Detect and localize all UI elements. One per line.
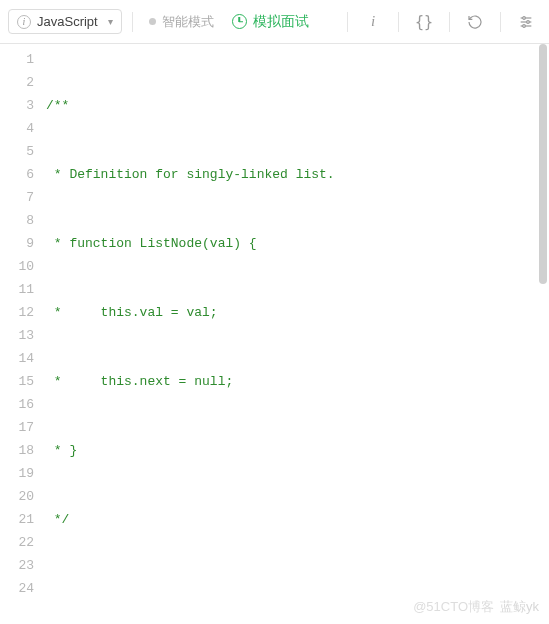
line-number: 16 xyxy=(0,393,34,416)
mode-label: 智能模式 xyxy=(162,13,214,31)
code-text: * } xyxy=(46,443,77,458)
line-number: 13 xyxy=(0,324,34,347)
code-text: /** xyxy=(46,98,69,113)
mock-interview-button[interactable]: 模拟面试 xyxy=(226,9,315,35)
toolbar-divider xyxy=(500,12,501,32)
line-number: 7 xyxy=(0,186,34,209)
toolbar-divider xyxy=(449,12,450,32)
watermark-source: @51CTO博客 xyxy=(413,595,494,618)
code-text: * this.next = null; xyxy=(46,374,233,389)
line-number: 15 xyxy=(0,370,34,393)
code-text: * this.val = val; xyxy=(46,305,218,320)
code-area[interactable]: /** * Definition for singly-linked list.… xyxy=(46,44,549,624)
toolbar-divider xyxy=(132,12,133,32)
line-number: 10 xyxy=(0,255,34,278)
line-number: 2 xyxy=(0,71,34,94)
editor-toolbar: i JavaScript ▾ 智能模式 模拟面试 i {} xyxy=(0,0,549,44)
redo-button[interactable] xyxy=(460,8,490,36)
interview-label: 模拟面试 xyxy=(253,13,309,31)
code-text: * Definition for singly-linked list. xyxy=(46,167,335,182)
line-gutter: 1 2 3 4 5 6 7 8 9 10 11 12 13 14 15 16 1… xyxy=(0,44,46,624)
line-number: 1 xyxy=(0,48,34,71)
clock-icon xyxy=(232,14,247,29)
line-number: 6 xyxy=(0,163,34,186)
format-braces-button[interactable]: {} xyxy=(409,8,439,36)
line-number: 21 xyxy=(0,508,34,531)
line-number: 9 xyxy=(0,232,34,255)
settings-button[interactable] xyxy=(511,8,541,36)
watermark: @51CTO博客 蓝鲸yk xyxy=(413,595,539,618)
settings-icon xyxy=(518,14,534,30)
line-number: 5 xyxy=(0,140,34,163)
line-number: 3 xyxy=(0,94,34,117)
language-label: JavaScript xyxy=(37,14,98,29)
line-number: 18 xyxy=(0,439,34,462)
redo-icon xyxy=(467,14,483,30)
language-selector[interactable]: i JavaScript ▾ xyxy=(8,9,122,34)
toolbar-divider xyxy=(347,12,348,32)
code-editor[interactable]: 1 2 3 4 5 6 7 8 9 10 11 12 13 14 15 16 1… xyxy=(0,44,549,624)
svg-point-4 xyxy=(527,20,530,23)
line-number: 22 xyxy=(0,531,34,554)
toolbar-divider xyxy=(398,12,399,32)
line-number: 4 xyxy=(0,117,34,140)
code-text: */ xyxy=(46,512,69,527)
line-number: 12 xyxy=(0,301,34,324)
svg-point-5 xyxy=(523,24,526,27)
chevron-down-icon: ▾ xyxy=(108,16,113,27)
status-dot-icon xyxy=(149,18,156,25)
info-icon: i xyxy=(17,15,31,29)
line-number: 23 xyxy=(0,554,34,577)
line-number: 8 xyxy=(0,209,34,232)
watermark-name: 蓝鲸yk xyxy=(500,595,539,618)
line-number: 24 xyxy=(0,577,34,600)
code-text: * function ListNode(val) { xyxy=(46,236,257,251)
svg-point-3 xyxy=(523,16,526,19)
smart-mode-button[interactable]: 智能模式 xyxy=(143,9,220,35)
line-number: 11 xyxy=(0,278,34,301)
line-number: 20 xyxy=(0,485,34,508)
info-button[interactable]: i xyxy=(358,8,388,36)
line-number: 17 xyxy=(0,416,34,439)
line-number: 19 xyxy=(0,462,34,485)
line-number: 14 xyxy=(0,347,34,370)
vertical-scrollbar[interactable] xyxy=(539,44,547,284)
